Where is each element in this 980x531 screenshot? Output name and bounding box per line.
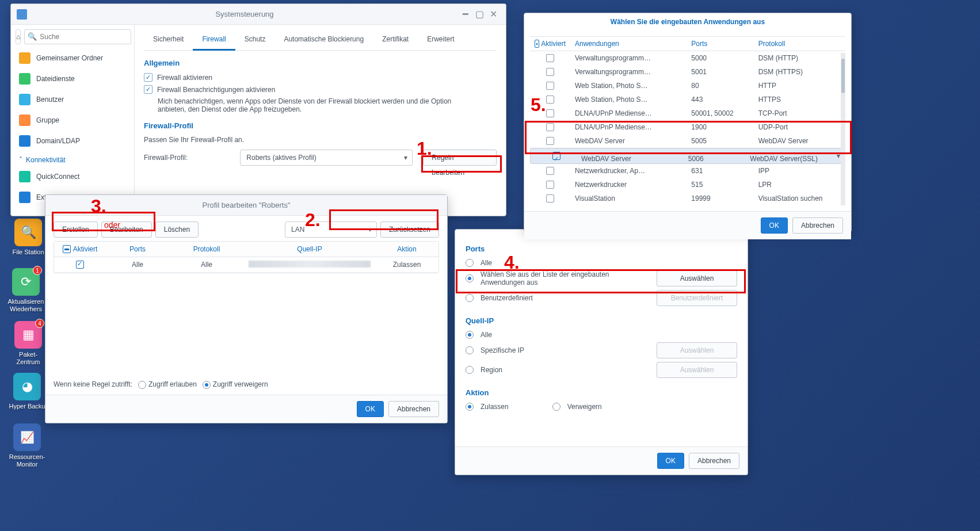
- annotation-oder: oder: [104, 220, 120, 230]
- checkbox-fw-notify[interactable]: ✓Firewall Benachrichtigungen aktivieren: [144, 85, 497, 94]
- app-icon: [17, 9, 27, 20]
- col-src[interactable]: Quell-IP: [244, 242, 375, 257]
- search-input[interactable]: [24, 29, 131, 44]
- ok-button[interactable]: OK: [357, 401, 384, 417]
- file-icon: [19, 73, 30, 85]
- profile-select[interactable]: Roberts (aktives Profil): [240, 150, 413, 166]
- radio-allow[interactable]: [138, 381, 146, 389]
- radio-src-region[interactable]: [466, 366, 474, 374]
- row-checkbox[interactable]: [546, 109, 554, 117]
- row-checkbox[interactable]: [76, 261, 84, 269]
- section-general: Allgemein: [144, 59, 497, 67]
- row-checkbox[interactable]: [546, 82, 554, 90]
- sidebar-item-filesvc[interactable]: Dateidienste: [16, 68, 129, 89]
- maximize-button[interactable]: ▢: [472, 7, 486, 21]
- col-proto[interactable]: Protokoll: [169, 242, 244, 257]
- titlebar: Systemsteuerung ━ ▢ ✕: [11, 4, 506, 25]
- cancel-button[interactable]: Abbrechen: [792, 217, 843, 234]
- tab-security[interactable]: Sicherheit: [144, 29, 193, 50]
- section-action: Aktion: [466, 388, 737, 397]
- radio-deny[interactable]: [203, 381, 211, 389]
- annotation-box-3: [52, 212, 155, 231]
- desktop-icon-monitor[interactable]: 📈 Ressourcen-Monitor: [7, 423, 47, 468]
- tab-cert[interactable]: Zertifikat: [373, 29, 418, 50]
- chevron-up-icon: ˄: [19, 156, 22, 164]
- table-row[interactable]: Netzwerkdrucker515LPR: [530, 178, 845, 192]
- check-icon: ✓: [144, 73, 152, 82]
- check-icon[interactable]: [63, 245, 71, 253]
- table-row[interactable]: Web Station, Photo S…443HTTPS: [530, 93, 845, 106]
- row-checkbox[interactable]: [546, 68, 554, 76]
- table-row[interactable]: Verwaltungsprogramm…5001DSM (HTTPS): [530, 65, 845, 79]
- header-checkbox[interactable]: [535, 40, 539, 48]
- main-panel: Sicherheit Firewall Schutz Automatische …: [135, 25, 506, 216]
- table-row[interactable]: Alle Alle Zulassen: [54, 257, 438, 273]
- table-row[interactable]: Verwaltungsprogramm…5000DSM (HTTP): [530, 51, 845, 65]
- specific-button: Auswählen: [657, 342, 737, 358]
- sidebar-item-group[interactable]: Gruppe: [16, 110, 129, 131]
- tab-firewall[interactable]: Firewall: [193, 29, 235, 51]
- box-icon: ▦: [22, 327, 35, 342]
- region-button: Auswählen: [657, 362, 737, 378]
- col-action[interactable]: Aktion: [375, 242, 438, 257]
- row-checkbox[interactable]: [546, 54, 554, 62]
- table-row[interactable]: VisualStation19999VisualStation suchen: [530, 192, 845, 205]
- close-button[interactable]: ✕: [486, 7, 500, 21]
- home-button[interactable]: ⌂: [16, 29, 21, 44]
- desktop-icon-updater[interactable]: ⟳1 Aktualisieren Wiederhers: [6, 268, 46, 313]
- radio-ports-all[interactable]: [466, 259, 474, 267]
- profile-desc: Passen Sie Ihr Firewall-Profil an.: [144, 136, 497, 144]
- annotation-box-5: [525, 121, 852, 154]
- norule-label: Wenn keine Regel zutrifft: Zugriff erlau…: [54, 380, 268, 389]
- row-checkbox[interactable]: [546, 95, 554, 104]
- radio-ports-custom[interactable]: [466, 294, 474, 302]
- ok-button[interactable]: OK: [761, 217, 788, 234]
- col-ports[interactable]: Ports: [687, 37, 753, 51]
- sidebar-item-quickconnect[interactable]: QuickConnect: [16, 166, 129, 187]
- radio-src-all[interactable]: [466, 331, 474, 339]
- radio-action-deny[interactable]: [552, 403, 560, 411]
- rules-table: Aktiviert Ports Protokoll Quell-IP Aktio…: [54, 241, 439, 273]
- notify-desc: Mich benachrichtigen, wenn Apps oder Die…: [158, 97, 480, 113]
- desktop-icon-backup[interactable]: ◕ Hyper Backu: [7, 373, 47, 410]
- minimize-button[interactable]: ━: [459, 7, 472, 21]
- radio-src-specific[interactable]: [466, 346, 474, 354]
- desktop-icon-file-station[interactable]: 🔍 File Station: [8, 219, 48, 256]
- magnifier-icon: 🔍: [21, 225, 36, 240]
- table-row[interactable]: Web Station, Photo S…80HTTP: [530, 79, 845, 93]
- annotation-box-1: [421, 155, 502, 173]
- annotation-5: 5.: [531, 94, 546, 116]
- cancel-button[interactable]: Abbrechen: [388, 401, 439, 417]
- sidebar: ⌂ 🔍 Gemeinsamer Ordner Dateidienste Benu…: [11, 25, 135, 216]
- row-checkbox[interactable]: [546, 194, 554, 203]
- section-srcip: Quell-IP: [466, 316, 737, 325]
- window-title: Profil bearbeiten "Roberts": [51, 201, 441, 209]
- sidebar-item-domain[interactable]: Domain/LDAP: [16, 131, 129, 151]
- search-icon: 🔍: [28, 32, 37, 41]
- col-ports[interactable]: Ports: [106, 242, 169, 257]
- table-row[interactable]: DLNA/UPnP Mediense…50001, 50002TCP-Port: [530, 106, 845, 120]
- sidebar-item-shared[interactable]: Gemeinsamer Ordner: [16, 48, 129, 68]
- col-proto[interactable]: Protokoll: [754, 37, 845, 51]
- group-icon: [19, 114, 30, 126]
- chart-icon: 📈: [20, 430, 35, 444]
- col-app[interactable]: Anwendungen: [570, 37, 687, 51]
- ok-button[interactable]: OK: [657, 453, 684, 469]
- sidebar-category: ˄Konnektivität: [16, 151, 129, 166]
- arc-icon: ◕: [22, 379, 33, 394]
- checkbox-fw-enable[interactable]: ✓Firewall aktivieren: [144, 73, 497, 82]
- row-checkbox[interactable]: [546, 167, 554, 175]
- radio-action-allow[interactable]: [466, 403, 474, 411]
- cancel-button[interactable]: Abbrechen: [689, 453, 739, 469]
- sidebar-item-user[interactable]: Benutzer: [16, 89, 129, 110]
- tabs: Sicherheit Firewall Schutz Automatische …: [144, 29, 497, 51]
- tab-autoblock[interactable]: Automatische Blockierung: [274, 29, 373, 50]
- delete-button[interactable]: Löschen: [155, 221, 199, 238]
- profile-label: Firewall-Profil:: [144, 154, 230, 162]
- tab-advanced[interactable]: Erweitert: [418, 29, 463, 50]
- user-icon: [19, 94, 30, 105]
- desktop-icon-pkg[interactable]: ▦4 Paket-Zentrum: [8, 321, 48, 366]
- rule-edit-window: Ports Alle Wählen Sie aus der Liste der …: [455, 229, 748, 475]
- tab-protect[interactable]: Schutz: [235, 29, 275, 50]
- row-checkbox[interactable]: [546, 181, 554, 189]
